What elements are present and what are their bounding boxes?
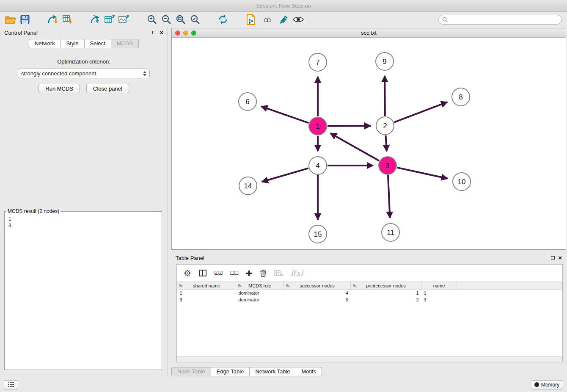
titlebar: Session: New Session — [0, 0, 567, 12]
graph-node-label: 7 — [316, 58, 319, 66]
network-window: scc.txt × − + 7968124314101511 — [171, 28, 566, 250]
add-column-icon[interactable] — [246, 270, 252, 276]
open-folder-icon — [5, 15, 16, 24]
close-table-panel-icon[interactable]: × — [558, 256, 562, 260]
task-history-button[interactable] — [4, 380, 18, 389]
home-networks-button[interactable]: ⌂⌂ — [258, 13, 277, 26]
table-panel-header: Table Panel × — [171, 252, 566, 263]
import-network-file-button[interactable] — [46, 13, 60, 26]
column-header-filler — [457, 282, 562, 290]
table-header-row: shared name MCDS role successor nodes pr… — [177, 282, 562, 290]
optimization-criterion-select[interactable]: strongly connected component — [18, 69, 150, 78]
memory-button[interactable]: Memory — [531, 380, 563, 389]
gear-icon[interactable]: ⚙ — [184, 268, 191, 278]
show-hide-button[interactable] — [291, 13, 306, 26]
tab-node-table[interactable]: Node Table — [171, 367, 211, 376]
new-network-button[interactable] — [88, 13, 102, 26]
home-icon: ⌂⌂ — [264, 15, 271, 24]
control-panel-header: Control Panel × — [0, 27, 168, 38]
open-file-button[interactable] — [3, 13, 18, 26]
table-panel-title: Table Panel — [176, 255, 204, 261]
column-header-successor-nodes[interactable]: successor nodes — [284, 282, 351, 290]
table-row[interactable]: 3 dominator 3 2 3 — [177, 296, 562, 303]
tab-style[interactable]: Style — [61, 39, 85, 48]
network-window-titlebar[interactable]: scc.txt × − + — [172, 28, 566, 38]
graph-edge[interactable] — [385, 135, 386, 151]
document-network-icon — [246, 14, 256, 25]
graph-node-label: 2 — [383, 122, 387, 130]
graph-node-label: 4 — [316, 162, 319, 170]
close-window-icon[interactable]: × — [175, 30, 180, 36]
search-box[interactable] — [438, 15, 562, 25]
tab-select[interactable]: Select — [85, 39, 111, 48]
import-table-file-button[interactable] — [60, 13, 74, 26]
status-bar: Memory — [0, 377, 567, 392]
close-panel-button[interactable]: Close panel — [86, 84, 129, 93]
style-button[interactable] — [277, 13, 291, 26]
graph-node-label: 6 — [245, 98, 249, 106]
delete-icon[interactable] — [260, 269, 267, 277]
zoom-selected-button[interactable] — [188, 13, 202, 26]
zoom-out-icon — [161, 14, 171, 25]
network-canvas[interactable]: 7968124314101511 — [172, 38, 566, 249]
graph-node-label: 8 — [459, 93, 462, 101]
graph-edge[interactable] — [262, 168, 308, 182]
graph-edge[interactable] — [397, 168, 447, 179]
run-mcds-button[interactable]: Run MCDS — [39, 84, 80, 93]
deselect-all-icon[interactable]: ☐☐ — [230, 270, 238, 276]
refresh-layout-button[interactable] — [216, 13, 230, 26]
function-builder-button: f(x) — [291, 269, 303, 277]
float-panel-icon[interactable] — [152, 31, 156, 34]
maximize-window-icon[interactable]: + — [191, 30, 196, 36]
column-sort-icon — [179, 284, 183, 287]
network-arrows-icon — [90, 14, 101, 25]
select-all-icon[interactable]: ☑☑ — [214, 270, 223, 276]
column-header-predecessor-nodes[interactable]: predecessor nodes — [351, 282, 421, 290]
table-panel-tabs: Node Table Edge Table Network Table Moti… — [171, 367, 322, 376]
save-icon — [20, 15, 30, 24]
column-header-mcds-role[interactable]: MCDS role — [236, 282, 284, 290]
tab-mcds[interactable]: MCDS — [111, 39, 139, 48]
control-panel-title: Control Panel — [4, 30, 38, 36]
graph-edge[interactable] — [388, 175, 390, 218]
search-input[interactable] — [450, 17, 558, 22]
node-table-container: ⚙ ☑☑ ☐☐ f(x) shared name MCDS role succe… — [176, 264, 563, 362]
export-image-button[interactable] — [117, 13, 131, 26]
zoom-fit-button[interactable] — [173, 13, 188, 26]
tab-edge-table[interactable]: Edge Table — [211, 367, 250, 376]
graph-edge[interactable] — [328, 126, 371, 126]
table-row[interactable]: 1 dominator 4 1 1 — [177, 290, 562, 296]
mcds-result-line: 3 — [8, 222, 158, 229]
delete-column-icon — [274, 270, 283, 276]
control-panel: Control Panel × Network Style Select MCD… — [0, 27, 168, 377]
graph-node-label: 9 — [383, 58, 386, 66]
export-table-icon — [104, 14, 115, 25]
network-document-button[interactable] — [244, 13, 258, 26]
table-horizontal-scrollbar[interactable] — [177, 356, 562, 362]
export-table-button[interactable] — [102, 13, 117, 26]
column-header-name[interactable]: name — [421, 282, 457, 290]
table-panel: Table Panel × ⚙ ☑☑ ☐☐ f(x) shared name M… — [171, 252, 566, 377]
graph-edge[interactable] — [261, 106, 308, 123]
float-table-panel-icon[interactable] — [551, 256, 555, 259]
graph-edge[interactable] — [330, 133, 379, 161]
column-sort-icon — [352, 284, 357, 287]
export-image-icon — [118, 15, 129, 24]
save-session-button[interactable] — [18, 13, 32, 26]
graph-edge[interactable] — [394, 102, 448, 122]
zoom-out-button[interactable] — [159, 13, 173, 26]
eye-icon — [293, 16, 304, 23]
column-layout-icon[interactable] — [199, 270, 206, 276]
graph-edge[interactable] — [385, 76, 385, 116]
zoom-in-button[interactable] — [145, 13, 159, 26]
minimize-window-icon[interactable]: − — [183, 30, 188, 36]
close-panel-icon[interactable]: × — [160, 30, 163, 35]
zoom-selected-icon — [190, 14, 200, 25]
graph-node-label: 10 — [458, 178, 466, 186]
column-header-shared-name[interactable]: shared name — [177, 282, 236, 290]
graph-node-label: 15 — [314, 230, 322, 238]
mcds-result-line: 1 — [8, 215, 158, 222]
tab-network-table[interactable]: Network Table — [250, 367, 296, 376]
tab-network[interactable]: Network — [29, 39, 61, 48]
tab-motifs[interactable]: Motifs — [296, 367, 322, 376]
